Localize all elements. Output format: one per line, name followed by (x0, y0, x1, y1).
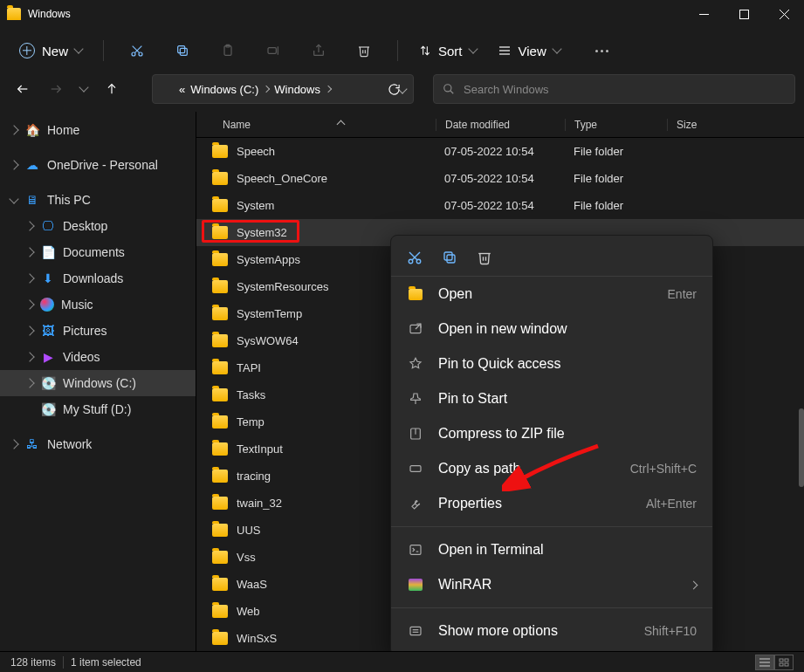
chevron-right-icon (24, 326, 34, 335)
documents-icon: 📄 (40, 244, 56, 260)
share-button[interactable] (301, 35, 336, 66)
ctx-terminal[interactable]: Open in Terminal (391, 532, 712, 567)
ctx-copy-path[interactable]: Copy as pathCtrl+Shift+C (391, 451, 712, 486)
folder-icon (212, 497, 228, 510)
details-view-button[interactable] (755, 655, 774, 670)
table-row[interactable]: Speech_OneCore07-05-2022 10:54File folde… (196, 165, 804, 192)
address-bar[interactable]: « Windows (C:) Windows (152, 74, 414, 104)
folder-icon (212, 334, 228, 347)
chevron-right-icon (24, 352, 34, 361)
up-button[interactable] (98, 75, 126, 103)
drive-icon: 💽 (40, 401, 56, 417)
refresh-button[interactable] (380, 83, 408, 96)
ctx-open[interactable]: OpenEnter (391, 277, 712, 312)
folder-icon (160, 84, 174, 95)
sidebar-home[interactable]: 🏠Home (0, 117, 196, 143)
window-icon (407, 322, 424, 336)
minimize-button[interactable] (684, 0, 724, 28)
more-button[interactable] (585, 35, 620, 66)
file-name: TextInput (237, 442, 283, 456)
sidebar-videos[interactable]: ▶Videos (0, 344, 196, 370)
sidebar-documents[interactable]: 📄Documents (0, 239, 196, 265)
file-name: System (237, 199, 274, 212)
winrar-icon (407, 579, 424, 591)
folder-icon (212, 524, 228, 537)
svg-rect-50 (785, 659, 788, 662)
path-icon (407, 462, 424, 476)
network-icon: 🖧 (24, 436, 40, 452)
header-size[interactable]: Size (667, 119, 804, 131)
sidebar-network[interactable]: 🖧Network (0, 431, 196, 457)
file-date: 07-05-2022 10:54 (436, 172, 565, 185)
chevron-down-icon (468, 44, 478, 53)
rename-button[interactable] (256, 35, 291, 66)
icons-view-button[interactable] (774, 655, 794, 670)
sidebar-d-drive[interactable]: 💽My Stuff (D:) (0, 396, 196, 422)
sidebar-thispc[interactable]: 🖥This PC (0, 187, 196, 213)
folder-icon (212, 280, 228, 293)
view-label: View (519, 44, 546, 58)
sidebar-c-drive[interactable]: 💽Windows (C:) (0, 370, 196, 396)
recent-button[interactable] (75, 75, 93, 103)
close-button[interactable] (764, 0, 804, 28)
header-date[interactable]: Date modified (436, 119, 565, 131)
scrollbar-thumb[interactable] (799, 408, 804, 487)
context-toolbar (391, 243, 712, 277)
file-name: SystemResources (237, 280, 328, 293)
separator (63, 656, 64, 669)
folder-icon (212, 226, 228, 239)
back-button[interactable] (9, 75, 37, 103)
delete-button[interactable] (475, 248, 494, 267)
crumb-folder[interactable]: Windows (274, 83, 331, 96)
file-name: Vss (237, 551, 256, 564)
forward-button[interactable] (42, 75, 70, 103)
sort-button[interactable]: Sort (414, 44, 482, 58)
sidebar-pictures[interactable]: 🖼Pictures (0, 318, 196, 344)
sidebar-onedrive[interactable]: ☁OneDrive - Personal (0, 152, 196, 178)
search-box[interactable]: Search Windows (433, 74, 795, 104)
ctx-new-window[interactable]: Open in new window (391, 312, 712, 346)
chevron-right-icon (24, 378, 34, 387)
ctx-properties[interactable]: PropertiesAlt+Enter (391, 486, 712, 521)
status-items: 128 items (10, 656, 56, 669)
ctx-zip[interactable]: Compress to ZIP file (391, 416, 712, 451)
cut-button[interactable] (120, 35, 155, 66)
crumb-laquo[interactable]: « (179, 83, 185, 96)
header-name[interactable]: Name (196, 119, 436, 131)
paste-button[interactable] (210, 35, 245, 66)
table-row[interactable]: Speech07-05-2022 10:54File folder (196, 138, 804, 165)
view-icon (498, 45, 512, 57)
ctx-pin-start[interactable]: Pin to Start (391, 381, 712, 416)
folder-icon (212, 145, 228, 158)
ctx-winrar[interactable]: WinRAR (391, 567, 712, 602)
file-name: System32 (237, 226, 287, 239)
svg-rect-52 (785, 663, 788, 666)
cut-button[interactable] (405, 248, 424, 267)
delete-button[interactable] (347, 35, 381, 66)
copy-button[interactable] (440, 248, 459, 267)
crumb-drive[interactable]: Windows (C:) (190, 83, 269, 96)
table-row[interactable]: System07-05-2022 10:54File folder (196, 192, 804, 219)
chevron-right-icon (24, 299, 34, 309)
header-type[interactable]: Type (565, 119, 667, 131)
ctx-more[interactable]: Show more optionsShift+F10 (391, 614, 712, 648)
sidebar-music[interactable]: Music (0, 291, 196, 318)
new-label: New (42, 44, 68, 58)
view-button[interactable]: View (492, 44, 566, 58)
sidebar-downloads[interactable]: ⬇Downloads (0, 265, 196, 291)
chevron-down-icon (73, 44, 83, 53)
maximize-button[interactable] (724, 0, 764, 28)
new-button[interactable]: New (14, 38, 87, 64)
chevron-right-icon (24, 221, 34, 230)
separator (103, 40, 104, 61)
folder-icon (212, 632, 228, 645)
file-name: Temp (237, 415, 265, 429)
folder-icon (212, 578, 228, 591)
sidebar-desktop[interactable]: 🖵Desktop (0, 213, 196, 239)
copy-button[interactable] (165, 35, 200, 66)
folder-icon (212, 199, 228, 212)
ctx-pin-quick[interactable]: Pin to Quick access (391, 346, 712, 381)
chevron-right-icon (9, 439, 18, 449)
chevron-right-icon (263, 86, 270, 93)
chevron-down-icon (552, 44, 561, 53)
